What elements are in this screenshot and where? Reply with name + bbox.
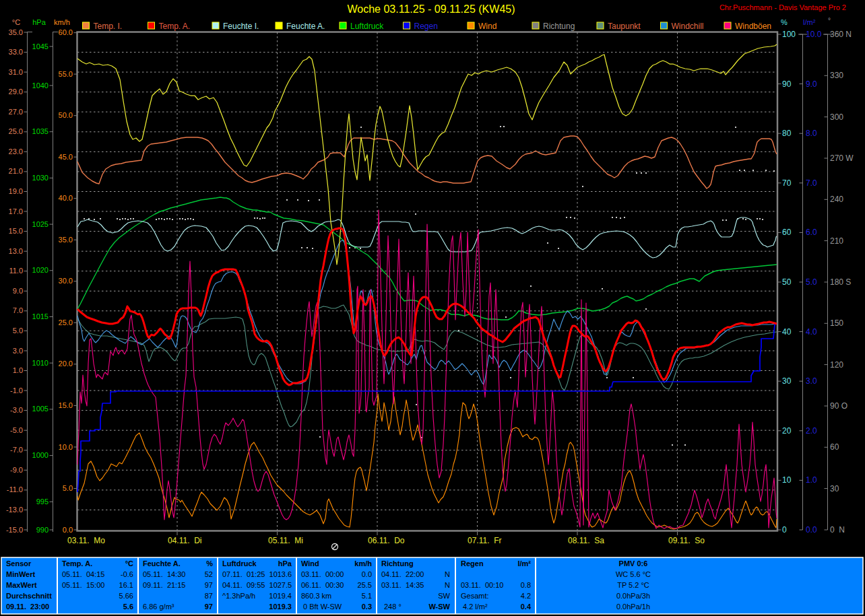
svg-text:-9.0: -9.0 xyxy=(10,466,23,474)
svg-text:03.11. Mo: 03.11. Mo xyxy=(67,536,105,545)
svg-text:70: 70 xyxy=(782,178,792,188)
svg-text:0.0hPa/1h: 0.0hPa/1h xyxy=(616,603,650,611)
svg-text:0 N: 0 N xyxy=(830,525,845,535)
svg-text:04.11. 09:55 1027.5: 04.11. 09:55 1027.5 xyxy=(222,581,292,589)
svg-text:km/h: km/h xyxy=(54,18,70,26)
svg-text:6.0: 6.0 xyxy=(806,228,817,237)
svg-text:Feuchte A.: Feuchte A. xyxy=(143,559,181,568)
svg-text:W-SW: W-SW xyxy=(428,603,450,611)
svg-text:30: 30 xyxy=(830,484,839,493)
svg-text:1000: 1000 xyxy=(32,451,49,459)
svg-text:60: 60 xyxy=(830,442,839,452)
svg-text:300: 300 xyxy=(830,112,843,122)
svg-text:04.11. Di: 04.11. Di xyxy=(168,536,201,545)
svg-text:Luftdruck: Luftdruck xyxy=(222,559,257,568)
svg-text:09.11. 23:00: 09.11. 23:00 xyxy=(6,603,49,611)
svg-text:995: 995 xyxy=(36,498,49,506)
svg-text:240: 240 xyxy=(830,195,843,204)
svg-text:Wind: Wind xyxy=(301,559,319,568)
svg-text:1.0: 1.0 xyxy=(806,475,817,485)
svg-text:03.11. 14:35: 03.11. 14:35 xyxy=(381,581,424,589)
svg-text:0.4: 0.4 xyxy=(521,603,532,611)
svg-text:23.0: 23.0 xyxy=(9,147,23,156)
svg-text:05.11. 15:00: 05.11. 15:00 xyxy=(62,581,104,589)
svg-text:SW: SW xyxy=(438,592,450,600)
svg-text:17.0: 17.0 xyxy=(9,207,23,215)
svg-text:21.0: 21.0 xyxy=(9,167,23,175)
svg-text:Woche 03.11.25 - 09.11.25 (KW4: Woche 03.11.25 - 09.11.25 (KW45) xyxy=(347,3,515,15)
svg-text:5.6: 5.6 xyxy=(123,603,133,611)
svg-text:N: N xyxy=(445,570,450,578)
svg-text:150: 150 xyxy=(830,318,843,328)
svg-text:30.0: 30.0 xyxy=(59,277,73,285)
svg-text:1045: 1045 xyxy=(32,42,49,50)
svg-text:0.0: 0.0 xyxy=(63,526,73,534)
svg-text:Regen: Regen xyxy=(414,22,438,31)
svg-text:55.0: 55.0 xyxy=(59,70,73,78)
svg-text:20.0: 20.0 xyxy=(59,360,73,368)
svg-text:860.3 km: 860.3 km xyxy=(301,592,331,600)
svg-text:km/h: km/h xyxy=(354,559,372,568)
svg-text:35.0: 35.0 xyxy=(9,28,23,36)
svg-text:1025: 1025 xyxy=(32,220,49,228)
svg-text:10.0: 10.0 xyxy=(59,443,73,451)
svg-text:Chr.Puschmann - Davis Vantage: Chr.Puschmann - Davis Vantage Pro 2 xyxy=(719,3,846,11)
svg-text:-7.0: -7.0 xyxy=(10,446,23,454)
svg-text:0: 0 xyxy=(782,525,787,535)
svg-text:5.0: 5.0 xyxy=(63,484,73,492)
svg-text:4.2: 4.2 xyxy=(521,592,531,600)
svg-text:10: 10 xyxy=(782,475,792,485)
svg-text:Durchschnitt: Durchschnitt xyxy=(6,592,52,600)
svg-text:5.0: 5.0 xyxy=(13,327,23,335)
svg-text:06.11. Do: 06.11. Do xyxy=(368,536,405,545)
svg-text:52: 52 xyxy=(205,570,213,578)
svg-text:33.0: 33.0 xyxy=(9,48,23,56)
svg-text:210: 210 xyxy=(830,236,843,246)
svg-text:-1.0: -1.0 xyxy=(10,386,23,395)
svg-text:5.66: 5.66 xyxy=(119,592,133,600)
svg-text:4.0: 4.0 xyxy=(806,327,817,337)
svg-text:1035: 1035 xyxy=(32,127,49,135)
svg-text:1019.4: 1019.4 xyxy=(269,592,292,600)
svg-text:^1.3hPa/h: ^1.3hPa/h xyxy=(222,592,255,600)
svg-text:1040: 1040 xyxy=(32,81,49,90)
svg-text:0.0hPa/3h: 0.0hPa/3h xyxy=(616,592,650,600)
svg-text:990: 990 xyxy=(36,526,49,534)
svg-text:1019.3: 1019.3 xyxy=(269,603,292,611)
svg-text:15.0: 15.0 xyxy=(59,401,73,409)
svg-text:Sensor: Sensor xyxy=(6,559,32,568)
svg-text:%: % xyxy=(206,559,213,568)
svg-text:TP 5.2 °C: TP 5.2 °C xyxy=(617,581,649,589)
svg-text:11.0: 11.0 xyxy=(9,267,23,275)
svg-text:330: 330 xyxy=(830,71,843,80)
svg-text:Temp. A.: Temp. A. xyxy=(62,559,92,568)
svg-text:06.11. 00:30: 06.11. 00:30 xyxy=(301,581,344,589)
svg-text:5.0: 5.0 xyxy=(806,277,817,287)
svg-text:45.0: 45.0 xyxy=(59,153,73,161)
svg-text:3.0: 3.0 xyxy=(806,376,817,386)
svg-text:0.0: 0.0 xyxy=(362,570,372,578)
svg-text:8.0: 8.0 xyxy=(806,129,817,138)
svg-text:°C: °C xyxy=(125,559,133,568)
svg-text:05.11. Mi: 05.11. Mi xyxy=(268,536,303,545)
svg-text:l/m²: l/m² xyxy=(517,559,531,568)
svg-text:N: N xyxy=(445,581,450,589)
svg-text:6.86 g/m³: 6.86 g/m³ xyxy=(143,603,174,611)
svg-text:2.0: 2.0 xyxy=(806,426,817,436)
svg-text:25.5: 25.5 xyxy=(358,581,372,589)
svg-text:MaxWert: MaxWert xyxy=(6,581,37,589)
svg-text:MinWert: MinWert xyxy=(6,570,36,578)
svg-text:25.0: 25.0 xyxy=(59,318,73,327)
svg-text:5.1: 5.1 xyxy=(362,592,372,600)
svg-text:Richtung: Richtung xyxy=(543,22,575,31)
svg-text:50.0: 50.0 xyxy=(59,111,73,119)
svg-text:16.1: 16.1 xyxy=(119,581,133,589)
svg-text:-0.6: -0.6 xyxy=(121,570,133,578)
svg-text:-3.0: -3.0 xyxy=(10,406,23,414)
svg-text:-15.0: -15.0 xyxy=(6,526,23,534)
svg-text:WC 5.6 °C: WC 5.6 °C xyxy=(616,570,651,578)
svg-text:15.0: 15.0 xyxy=(9,227,23,235)
svg-text:90: 90 xyxy=(782,79,792,89)
svg-text:Temp. A.: Temp. A. xyxy=(159,22,191,31)
svg-text:360 N: 360 N xyxy=(830,30,852,39)
